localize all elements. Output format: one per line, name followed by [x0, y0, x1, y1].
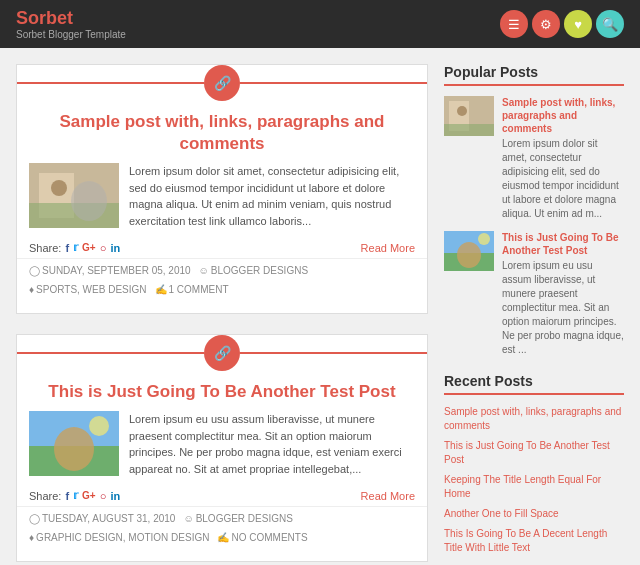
svg-point-16: [478, 233, 490, 245]
divider-line-left: [17, 82, 204, 84]
clock-icon: ◯: [29, 265, 40, 276]
svg-point-7: [54, 427, 94, 471]
post-meta: ◯ TUESDAY, AUGUST 31, 2010 ☺ BLOGGER DES…: [17, 506, 427, 549]
site-header: Sorbet Sorbet Blogger Template ☰ ⚙ ♥ 🔍: [0, 0, 640, 48]
recent-post-link[interactable]: Keeping The Title Length Equal For Home: [444, 473, 624, 501]
post-body: Lorem ipsum dolor sit amet, consectetur …: [17, 163, 427, 237]
gplus-share-icon[interactable]: G+: [82, 242, 96, 253]
post-excerpt: Lorem ipsum eu usu assum liberavisse, ut…: [129, 411, 415, 477]
meta-tags: ♦ SPORTS, WEB DESIGN: [29, 284, 147, 295]
pinterest-share-icon[interactable]: ○: [100, 490, 107, 502]
popular-post-thumbnail: [444, 96, 494, 136]
divider-line-right: [240, 352, 427, 354]
link-icon: 🔗: [204, 335, 240, 371]
site-title: Sorbet: [16, 8, 126, 29]
post-title[interactable]: This is Just Going To Be Another Test Po…: [17, 371, 427, 411]
post-thumbnail: [29, 163, 119, 228]
comment-icon: ✍: [155, 284, 167, 295]
pinterest-share-icon[interactable]: ○: [100, 242, 107, 254]
meta-date: ◯ SUNDAY, SEPTEMBER 05, 2010: [29, 265, 191, 276]
divider-line-left: [17, 352, 204, 354]
facebook-share-icon[interactable]: f: [65, 242, 69, 254]
linkedin-share-icon[interactable]: in: [110, 490, 120, 502]
tag-icon: ♦: [29, 284, 34, 295]
twitter-share-icon[interactable]: 𝕣: [73, 241, 78, 254]
popular-posts-title: Popular Posts: [444, 64, 624, 86]
recent-posts-title: Recent Posts: [444, 373, 624, 395]
share-label: Share:: [29, 490, 61, 502]
popular-post-excerpt: Lorem ipsum eu usu assum liberavisse, ut…: [502, 259, 624, 357]
recent-post-link[interactable]: Another One to Fill Space: [444, 507, 624, 521]
popular-post-title[interactable]: This is Just Going To Be Another Test Po…: [502, 231, 624, 257]
post-card: 🔗 Sample post with, links, paragraphs an…: [16, 64, 428, 314]
recent-post-link[interactable]: Sample post with, links, paragraphs and …: [444, 405, 624, 433]
main-container: 🔗 Sample post with, links, paragraphs an…: [0, 48, 640, 565]
post-excerpt: Lorem ipsum dolor sit amet, consectetur …: [129, 163, 415, 229]
meta-author: ☺ BLOGGER DESIGNS: [183, 513, 292, 524]
post-divider: 🔗: [17, 65, 427, 101]
heart-icon[interactable]: ♥: [564, 10, 592, 38]
post-body: Lorem ipsum eu usu assum liberavisse, ut…: [17, 411, 427, 485]
recent-post-link[interactable]: This Is Going To Be A Decent Length Titl…: [444, 527, 624, 555]
popular-post-item: Sample post with, links, paragraphs and …: [444, 96, 624, 221]
recent-post-item: Sample post with, links, paragraphs and …: [444, 405, 624, 433]
header-branding: Sorbet Sorbet Blogger Template: [16, 8, 126, 40]
site-subtitle: Sorbet Blogger Template: [16, 29, 126, 40]
recent-post-link[interactable]: This is Just Going To Be Another Test Po…: [444, 439, 624, 467]
recent-posts-section: Recent Posts Sample post with, links, pa…: [444, 373, 624, 555]
popular-post-content: This is Just Going To Be Another Test Po…: [502, 231, 624, 357]
popular-post-excerpt: Lorem ipsum dolor sit amet, consectetur …: [502, 137, 624, 221]
svg-point-2: [51, 180, 67, 196]
meta-tags: ♦ GRAPHIC DESIGN, MOTION DESIGN: [29, 532, 209, 543]
post-meta: ◯ SUNDAY, SEPTEMBER 05, 2010 ☺ BLOGGER D…: [17, 258, 427, 301]
tag-icon: ♦: [29, 532, 34, 543]
user-icon: ☺: [183, 513, 193, 524]
header-icons: ☰ ⚙ ♥ 🔍: [500, 10, 624, 38]
svg-point-11: [457, 106, 467, 116]
popular-post-title[interactable]: Sample post with, links, paragraphs and …: [502, 96, 624, 135]
search-icon[interactable]: 🔍: [596, 10, 624, 38]
svg-point-15: [457, 242, 481, 268]
share-icons: Share: f 𝕣 G+ ○ in: [29, 489, 120, 502]
linkedin-share-icon[interactable]: in: [110, 242, 120, 254]
meta-comments: ✍ 1 COMMENT: [155, 284, 229, 295]
meta-author: ☺ BLOGGER DESIGNS: [199, 265, 308, 276]
link-icon: 🔗: [204, 65, 240, 101]
svg-point-8: [89, 416, 109, 436]
recent-post-item: Keeping The Title Length Equal For Home: [444, 473, 624, 501]
recent-post-item: Another One to Fill Space: [444, 507, 624, 521]
clock-icon: ◯: [29, 513, 40, 524]
gplus-share-icon[interactable]: G+: [82, 490, 96, 501]
menu-icon[interactable]: ☰: [500, 10, 528, 38]
recent-post-item: This Is Going To Be A Decent Length Titl…: [444, 527, 624, 555]
popular-post-item: This is Just Going To Be Another Test Po…: [444, 231, 624, 357]
popular-post-thumbnail: [444, 231, 494, 271]
gear-icon[interactable]: ⚙: [532, 10, 560, 38]
twitter-share-icon[interactable]: 𝕣: [73, 489, 78, 502]
meta-date: ◯ TUESDAY, AUGUST 31, 2010: [29, 513, 175, 524]
read-more-link[interactable]: Read More: [361, 242, 415, 254]
svg-rect-12: [444, 124, 494, 136]
content-area: 🔗 Sample post with, links, paragraphs an…: [16, 64, 428, 565]
user-icon: ☺: [199, 265, 209, 276]
post-card: 🔗 This is Just Going To Be Another Test …: [16, 334, 428, 562]
share-label: Share:: [29, 242, 61, 254]
post-share-bar: Share: f 𝕣 G+ ○ in Read More: [17, 485, 427, 506]
svg-point-4: [71, 181, 107, 221]
sidebar: Popular Posts Sample post with, links, p…: [444, 64, 624, 565]
post-share-bar: Share: f 𝕣 G+ ○ in Read More: [17, 237, 427, 258]
popular-post-content: Sample post with, links, paragraphs and …: [502, 96, 624, 221]
post-thumbnail: [29, 411, 119, 476]
recent-post-item: This is Just Going To Be Another Test Po…: [444, 439, 624, 467]
meta-comments: ✍ NO COMMENTS: [217, 532, 307, 543]
post-title[interactable]: Sample post with, links, paragraphs and …: [17, 101, 427, 163]
share-icons: Share: f 𝕣 G+ ○ in: [29, 241, 120, 254]
facebook-share-icon[interactable]: f: [65, 490, 69, 502]
divider-line-right: [240, 82, 427, 84]
read-more-link[interactable]: Read More: [361, 490, 415, 502]
post-divider: 🔗: [17, 335, 427, 371]
popular-posts-section: Popular Posts Sample post with, links, p…: [444, 64, 624, 357]
comment-icon: ✍: [217, 532, 229, 543]
